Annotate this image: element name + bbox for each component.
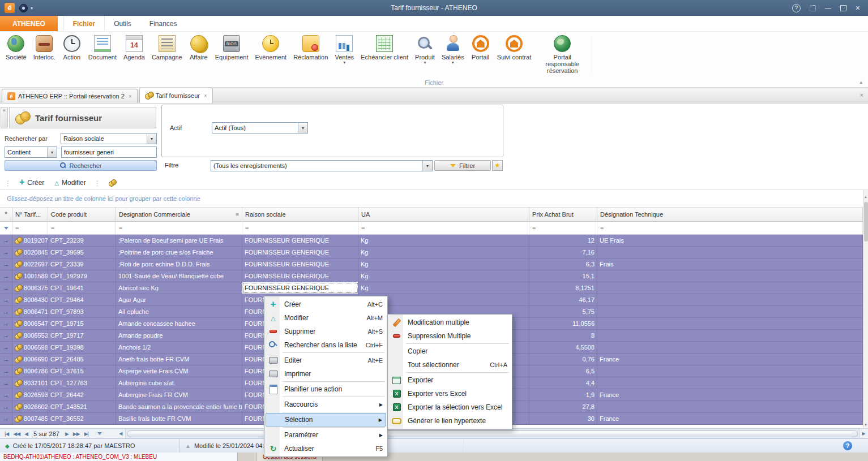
cell-code-produit[interactable]: CPT_97893 [48,306,116,317]
filter-cell-raison-sociale[interactable]: = [242,222,358,234]
ribbon-item-societe[interactable]: Société [2,34,30,62]
cell-designation-technique[interactable]: UE Frais [597,235,863,246]
context-menu-item-parametrer[interactable]: Paramétrer [266,428,386,442]
cell-prix-achat-brut[interactable]: 7,16 [529,247,597,258]
ribbon-tab-fichier[interactable]: Fichier [63,16,105,31]
tabbar-close-icon[interactable] [860,92,863,98]
cell-designation[interactable]: Amande concassee hachee [116,318,242,329]
filter-row-funnel-icon[interactable] [0,222,12,234]
cell-designation-technique[interactable] [597,306,863,317]
cell-prix-achat-brut[interactable]: 5,75 [529,306,597,317]
cell-prix-achat-brut[interactable]: 8 [529,330,597,341]
cell-code-produit[interactable]: CPT_143521 [48,401,116,412]
cell-raison-sociale[interactable]: FOURNISSEUR GENERIQUE [242,247,358,258]
cell-prix-achat-brut[interactable]: 30 [529,413,597,424]
cell-designation-technique[interactable] [597,318,863,329]
cell-raison-sociale[interactable]: FOURNISSEUR GENERIQUE [242,270,358,282]
cell-num-tarif[interactable]: 8006430 [12,294,48,305]
cell-designation-technique[interactable] [597,401,863,412]
cell-code-produit[interactable]: CPT_192979 [48,270,116,282]
cell-code-produit[interactable]: CPT_36552 [48,413,116,424]
column-header-ua[interactable]: UA [358,208,529,221]
submenu-item-generer-le-lien-hypertexte[interactable]: Générer le lien hypertexte [389,414,511,428]
submenu-item-copier[interactable]: Copier [389,344,511,358]
column-header-designation-commerciale[interactable]: Designation Commerciale [116,208,242,221]
titlebar-help-button[interactable] [792,4,801,12]
cell-prix-achat-brut[interactable]: 1,9 [529,389,597,400]
cell-designation-technique[interactable] [597,294,863,305]
column-header-prix-achat-brut[interactable]: Prix Achat Brut [529,208,597,221]
context-menu-item-supprimer[interactable]: SupprimerAlt+S [266,325,386,338]
cell-code-produit[interactable]: CPT_23339 [48,258,116,270]
context-menu-item-planifier-une-action[interactable]: Planifier une action [266,382,386,396]
cell-code-produit[interactable]: CPT_26485 [48,354,116,365]
chevron-down-icon[interactable] [298,123,307,133]
context-menu-item-raccourcis[interactable]: Raccourcis [266,398,386,411]
cell-prix-achat-brut[interactable]: 8,1251 [529,282,597,294]
cell-prix-achat-brut[interactable]: 0,76 [529,354,597,365]
search-by-select[interactable]: Raison sociale [61,133,157,144]
pager-fast-next-icon[interactable] [71,431,82,437]
ribbon-item-portail[interactable]: Portail [468,34,494,62]
submenu-item-tout-selectionner[interactable]: Tout sélectionnerCtrl+A [389,358,511,372]
ribbon-item-echeancier[interactable]: Echéancier client [357,34,412,62]
pager-filter-icon[interactable] [97,432,102,435]
cell-code-produit[interactable]: CPT_39695 [48,247,116,258]
cell-designation-technique[interactable] [597,342,863,353]
cell-prix-achat-brut[interactable]: 4,4 [529,377,597,389]
cell-code-produit[interactable]: CPT_19717 [48,330,116,341]
submenu-item-exporter[interactable]: Exporter [389,373,511,387]
scroll-right-icon[interactable] [859,429,868,438]
actif-select[interactable]: Actif (Tous) [212,122,308,133]
cell-num-tarif[interactable]: 8006690 [12,354,48,365]
hscroll-thumb[interactable] [127,430,858,437]
close-button[interactable] [856,3,860,12]
cell-designation-technique[interactable]: Frais [597,258,863,270]
ribbon-item-action[interactable]: Action [59,34,85,62]
table-row[interactable]: 8006375CPT_19641Abricot sec KgFOURNISSEU… [0,282,868,294]
ribbon-item-evenement[interactable]: Evènement [251,34,290,62]
filter-cell-n-tarif[interactable]: = [12,222,48,234]
search-button[interactable]: Rechercher [5,160,157,171]
cell-raison-sociale[interactable]: FOURNISSEUR GENERIQUE [242,235,358,246]
cell-num-tarif[interactable]: 8006598 [12,342,48,353]
context-menu-item-editer[interactable]: EditerAlt+E [266,354,386,367]
cell-raison-sociale[interactable]: FOURNISSEUR GENERIQUE [242,282,358,294]
submenu-item-exporter-vers-excel[interactable]: Exporter vers Excel [389,387,511,400]
ribbon-item-equipement[interactable]: BIOSEquipement [212,34,252,62]
cell-designation-technique[interactable] [597,247,863,258]
submenu-item-exporter-la-selection-vers-excel[interactable]: Exporter la sélection vers Excel [389,400,511,414]
vertical-scrollbar[interactable] [863,190,868,428]
pager-prev-icon[interactable] [22,431,30,437]
cell-prix-achat-brut[interactable]: 6,3 [529,258,597,270]
chevron-down-icon[interactable] [47,147,57,157]
filter-cell-code-produit[interactable]: = [48,222,116,234]
tab-close-icon[interactable] [204,93,207,99]
quick-access-icon[interactable] [19,4,28,12]
table-row[interactable]: 8022697CPT_23339;Roti de porc echine D.D… [0,258,868,270]
cell-prix-achat-brut[interactable]: 27,8 [529,401,597,412]
cell-designation[interactable]: Anchois 1/2 [116,342,242,353]
ribbon-tab-outils[interactable]: Outils [105,16,140,31]
ribbon-item-salaries[interactable]: Salariés [438,34,468,66]
operator-select[interactable]: Contient [5,147,57,158]
column-header-code-produit[interactable]: Code produit [48,208,116,221]
cell-designation[interactable]: Bande saumon a la provencale entier fume… [116,401,242,412]
cell-num-tarif[interactable]: 8006553 [12,330,48,341]
context-menu-item-rechercher-dans-la-liste[interactable]: Rechercher dans la listeCtrl+F [266,338,386,352]
modify-button[interactable]: Modifier [50,178,89,188]
cell-prix-achat-brut[interactable]: 4,5508 [529,342,597,353]
create-button[interactable]: Créer [15,178,48,188]
cell-prix-achat-brut[interactable]: 11,0556 [529,318,597,329]
tariff-tool-button[interactable] [105,178,120,187]
cell-ua[interactable]: Kg [358,270,529,282]
table-row[interactable]: 8019207CPT_23239;Paleron de Boeuf semi p… [0,235,868,247]
cell-designation[interactable]: ;Paleron de Boeuf semi pare UE Frais [116,235,242,246]
panel-collapse-icon[interactable] [1,107,8,128]
context-menu-item-actualiser[interactable]: ActualiserF5 [266,442,386,455]
cell-num-tarif[interactable]: 8020845 [12,247,48,258]
cell-designation[interactable]: Ail epluche [116,306,242,317]
cell-num-tarif[interactable]: 8006786 [12,365,48,377]
cell-designation[interactable]: Asperge verte Frais CVM [116,365,242,377]
cell-code-produit[interactable]: CPT_26442 [48,389,116,400]
